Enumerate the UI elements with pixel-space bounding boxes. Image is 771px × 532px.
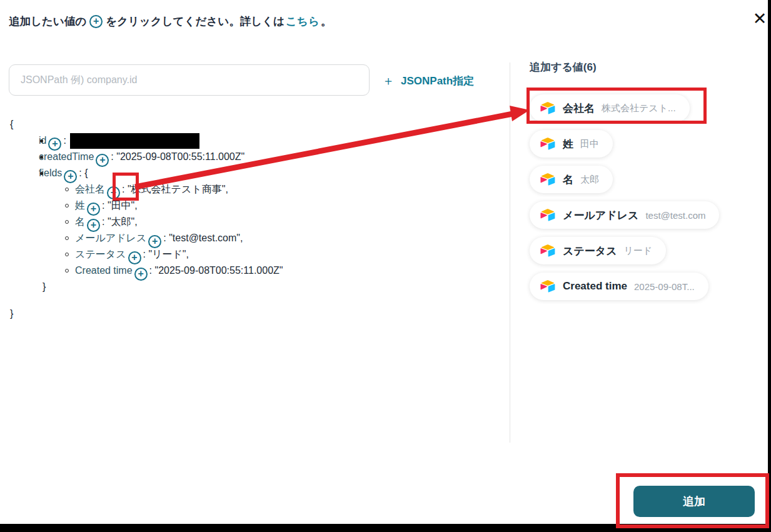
add-button[interactable]: 追加 [633, 486, 755, 517]
value-chip-email[interactable]: メールアドレス test@test.com [530, 201, 719, 229]
plus-icon: ＋ [382, 73, 395, 89]
chip-label: Created time [563, 280, 627, 293]
jsonpath-add-label: JSONPath指定 [401, 74, 474, 88]
tree-colon: : [111, 151, 113, 162]
tree-colon: : [122, 184, 124, 194]
tree-value: "株式会社テスト商事", [128, 184, 228, 194]
plus-circle-icon: + [89, 15, 103, 28]
tree-key: 名 [75, 216, 85, 227]
chip-value: 太郎 [580, 174, 599, 186]
airtable-icon [540, 244, 556, 258]
tree-value: "test@test.com", [169, 233, 243, 243]
tree-key: ステータス [75, 249, 126, 259]
bottom-black-bar [0, 524, 771, 532]
selected-values-list: 会社名 株式会社テスト... 姓 田中 名 太郎 メールアドレス test@te… [530, 94, 719, 300]
tree-key: id [39, 135, 46, 146]
tree-row-email: メールアドレス+: "test@test.com", [10, 230, 283, 246]
tree-colon: : [102, 200, 104, 211]
instruction-prefix: 追加したい値の [9, 14, 86, 29]
chip-value: test@test.com [645, 210, 705, 221]
jsonpath-input[interactable] [9, 64, 370, 96]
redacted-value-bar [70, 133, 199, 149]
value-chip-company[interactable]: 会社名 株式会社テスト... [530, 94, 690, 122]
tree-row-created-time: Created time+: "2025-09-08T00:55:11.000Z… [10, 263, 283, 279]
tree-key: メールアドレス [75, 233, 146, 243]
close-icon[interactable]: ✕ [750, 9, 770, 29]
tree-value: "田中", [108, 200, 138, 211]
tree-colon: : [79, 168, 81, 178]
tree-colon: : [102, 216, 104, 227]
tree-close-brace-outer: } [10, 306, 283, 322]
tree-row-fields: fields+: { [10, 165, 283, 181]
tree-value: { [84, 168, 88, 178]
tree-row-createdTime: createdTime+: "2025-09-08T00:55:11.000Z" [10, 149, 283, 165]
chip-label: 名 [563, 173, 573, 187]
tree-row-company: 会社名+: "株式会社テスト商事", [10, 181, 283, 198]
tree-key: fields [39, 168, 62, 178]
tree-close-brace-inner: } [43, 279, 283, 295]
tree-colon: : [63, 135, 66, 146]
tree-row-lastname: 姓+: "田中", [10, 198, 283, 214]
tree-key: 会社名 [75, 184, 105, 194]
value-chip-firstname[interactable]: 名 太郎 [530, 166, 613, 193]
tree-row-id: id+: [10, 133, 283, 149]
tree-row-status: ステータス+: "リード", [10, 246, 283, 263]
panel-divider [510, 63, 510, 443]
tree-value: "2025-09-08T00:55:11.000Z" [155, 265, 283, 276]
tree-value: "太郎", [108, 216, 138, 227]
tree-key: Created time [75, 265, 133, 276]
tree-key: createdTime [39, 151, 94, 162]
airtable-icon [540, 101, 556, 115]
tree-row-firstname: 名+: "太郎", [10, 214, 283, 230]
tree-key: 姓 [75, 200, 85, 211]
airtable-icon [540, 173, 556, 186]
airtable-icon [540, 279, 556, 293]
value-chip-lastname[interactable]: 姓 田中 [530, 130, 613, 158]
tree-colon: : [143, 249, 146, 259]
value-chip-status[interactable]: ステータス リード [530, 237, 666, 264]
airtable-icon [540, 208, 556, 222]
chip-label: 姓 [563, 137, 573, 151]
chip-value: 田中 [580, 138, 599, 150]
help-link[interactable]: こちら [286, 14, 320, 29]
tree-value: "2025-09-08T00:55:11.000Z" [116, 151, 244, 162]
json-tree: { id+: createdTime+: "2025-09-08T00:55:1… [10, 116, 283, 322]
panel-title: 追加する値(6) [530, 60, 597, 74]
chip-value: リード [624, 245, 653, 257]
tree-colon: : [163, 233, 166, 243]
instruction-text: 追加したい値の + をクリックしてください。詳しくは こちら 。 [9, 14, 331, 29]
jsonpath-add-button[interactable]: ＋ JSONPath指定 [382, 71, 474, 90]
chip-label: メールアドレス [563, 208, 638, 223]
right-black-strip [768, 0, 771, 532]
chip-value: 株式会社テスト... [602, 103, 676, 114]
instruction-period: 。 [321, 14, 332, 29]
chip-label: ステータス [563, 244, 617, 258]
instruction-suffix: をクリックしてください。詳しくは [106, 14, 285, 29]
tree-value: "リード", [148, 249, 189, 259]
chip-value: 2025-09-08T... [634, 281, 695, 292]
tree-open-brace: { [10, 116, 283, 133]
tree-colon: : [149, 265, 152, 276]
airtable-icon [540, 137, 556, 151]
chip-label: 会社名 [563, 101, 595, 116]
value-chip-created-time[interactable]: Created time 2025-09-08T... [530, 273, 708, 300]
